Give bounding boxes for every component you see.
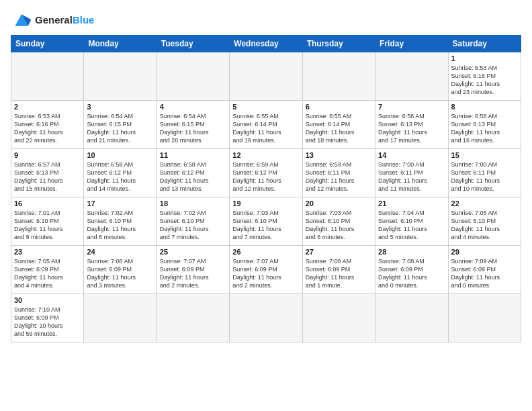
day-cell: 3Sunrise: 6:54 AM Sunset: 6:15 PM Daylig…: [84, 101, 157, 149]
day-info: Sunrise: 7:00 AM Sunset: 6:11 PM Dayligh…: [451, 161, 518, 193]
day-number: 4: [160, 103, 226, 111]
day-number: 27: [306, 248, 372, 256]
day-info: Sunrise: 7:02 AM Sunset: 6:10 PM Dayligh…: [160, 209, 226, 242]
day-number: 10: [87, 151, 153, 159]
day-cell: [230, 52, 302, 101]
col-header-wednesday: Wednesday: [230, 36, 302, 52]
day-info: Sunrise: 6:58 AM Sunset: 6:12 PM Dayligh…: [160, 161, 226, 193]
day-number: 22: [451, 199, 518, 208]
day-cell: 28Sunrise: 7:08 AM Sunset: 6:09 PM Dayli…: [375, 246, 448, 294]
day-cell: 29Sunrise: 7:09 AM Sunset: 6:09 PM Dayli…: [448, 246, 521, 294]
day-cell: 30Sunrise: 7:10 AM Sunset: 6:09 PM Dayli…: [11, 294, 84, 342]
day-cell: 25Sunrise: 7:07 AM Sunset: 6:09 PM Dayli…: [157, 246, 229, 294]
day-cell: [375, 294, 448, 342]
day-info: Sunrise: 6:58 AM Sunset: 6:12 PM Dayligh…: [87, 161, 153, 193]
day-cell: [11, 52, 84, 101]
day-number: 5: [232, 103, 299, 111]
week-row-3: 9Sunrise: 6:57 AM Sunset: 6:13 PM Daylig…: [11, 149, 521, 197]
day-info: Sunrise: 6:53 AM Sunset: 6:16 PM Dayligh…: [14, 112, 81, 145]
day-cell: 19Sunrise: 7:03 AM Sunset: 6:10 PM Dayli…: [230, 197, 302, 246]
day-number: 14: [378, 151, 445, 159]
day-cell: 5Sunrise: 6:55 AM Sunset: 6:14 PM Daylig…: [230, 101, 302, 149]
day-info: Sunrise: 6:56 AM Sunset: 6:13 PM Dayligh…: [451, 112, 518, 145]
day-info: Sunrise: 6:54 AM Sunset: 6:15 PM Dayligh…: [87, 112, 153, 145]
day-cell: 6Sunrise: 6:55 AM Sunset: 6:14 PM Daylig…: [302, 101, 375, 149]
day-number: 1: [451, 54, 518, 62]
day-cell: 27Sunrise: 7:08 AM Sunset: 6:09 PM Dayli…: [302, 246, 375, 294]
day-cell: 7Sunrise: 6:56 AM Sunset: 6:13 PM Daylig…: [375, 101, 448, 149]
day-number: 25: [160, 248, 226, 256]
week-row-1: 1Sunrise: 6:53 AM Sunset: 6:16 PM Daylig…: [11, 52, 521, 101]
day-info: Sunrise: 7:05 AM Sunset: 6:10 PM Dayligh…: [451, 209, 518, 242]
day-cell: [302, 294, 375, 342]
day-cell: 9Sunrise: 6:57 AM Sunset: 6:13 PM Daylig…: [11, 149, 84, 197]
day-cell: 1Sunrise: 6:53 AM Sunset: 6:16 PM Daylig…: [448, 52, 521, 101]
day-cell: [230, 294, 302, 342]
logo-text: GeneralBlue: [35, 15, 94, 26]
col-header-sunday: Sunday: [11, 36, 84, 52]
day-cell: 13Sunrise: 6:59 AM Sunset: 6:11 PM Dayli…: [302, 149, 375, 197]
day-number: 18: [160, 199, 226, 208]
day-number: 8: [451, 103, 518, 111]
day-number: 20: [306, 199, 372, 208]
day-cell: 26Sunrise: 7:07 AM Sunset: 6:09 PM Dayli…: [230, 246, 302, 294]
day-cell: 4Sunrise: 6:54 AM Sunset: 6:15 PM Daylig…: [157, 101, 229, 149]
calendar: SundayMondayTuesdayWednesdayThursdayFrid…: [11, 35, 521, 342]
day-number: 7: [378, 103, 445, 111]
day-info: Sunrise: 7:04 AM Sunset: 6:10 PM Dayligh…: [378, 209, 445, 242]
week-row-4: 16Sunrise: 7:01 AM Sunset: 6:10 PM Dayli…: [11, 197, 521, 246]
logo-icon: [11, 11, 32, 30]
day-cell: [157, 52, 229, 101]
day-info: Sunrise: 7:09 AM Sunset: 6:09 PM Dayligh…: [451, 257, 518, 290]
day-cell: [84, 294, 157, 342]
day-cell: 15Sunrise: 7:00 AM Sunset: 6:11 PM Dayli…: [448, 149, 521, 197]
day-info: Sunrise: 6:55 AM Sunset: 6:14 PM Dayligh…: [232, 112, 299, 145]
day-number: 9: [14, 151, 81, 159]
day-info: Sunrise: 7:00 AM Sunset: 6:11 PM Dayligh…: [378, 161, 445, 193]
day-cell: 10Sunrise: 6:58 AM Sunset: 6:12 PM Dayli…: [84, 149, 157, 197]
day-info: Sunrise: 7:05 AM Sunset: 6:09 PM Dayligh…: [14, 257, 81, 290]
week-row-6: 30Sunrise: 7:10 AM Sunset: 6:09 PM Dayli…: [11, 294, 521, 342]
day-number: 28: [378, 248, 445, 256]
day-cell: 14Sunrise: 7:00 AM Sunset: 6:11 PM Dayli…: [375, 149, 448, 197]
day-info: Sunrise: 7:03 AM Sunset: 6:10 PM Dayligh…: [306, 209, 372, 242]
col-header-thursday: Thursday: [302, 36, 375, 52]
day-number: 23: [14, 248, 81, 256]
day-cell: 17Sunrise: 7:02 AM Sunset: 6:10 PM Dayli…: [84, 197, 157, 246]
day-info: Sunrise: 6:54 AM Sunset: 6:15 PM Dayligh…: [160, 112, 226, 145]
day-number: 30: [14, 296, 81, 304]
day-info: Sunrise: 7:03 AM Sunset: 6:10 PM Dayligh…: [232, 209, 299, 242]
day-number: 17: [87, 199, 153, 208]
day-info: Sunrise: 7:01 AM Sunset: 6:10 PM Dayligh…: [14, 209, 81, 242]
day-info: Sunrise: 6:57 AM Sunset: 6:13 PM Dayligh…: [14, 161, 81, 193]
day-number: 24: [87, 248, 153, 256]
day-info: Sunrise: 6:56 AM Sunset: 6:13 PM Dayligh…: [378, 112, 445, 145]
day-info: Sunrise: 7:07 AM Sunset: 6:09 PM Dayligh…: [160, 257, 226, 290]
day-cell: 22Sunrise: 7:05 AM Sunset: 6:10 PM Dayli…: [448, 197, 521, 246]
day-cell: 23Sunrise: 7:05 AM Sunset: 6:09 PM Dayli…: [11, 246, 84, 294]
col-header-saturday: Saturday: [448, 36, 521, 52]
day-cell: 11Sunrise: 6:58 AM Sunset: 6:12 PM Dayli…: [157, 149, 229, 197]
day-cell: 21Sunrise: 7:04 AM Sunset: 6:10 PM Dayli…: [375, 197, 448, 246]
day-info: Sunrise: 7:08 AM Sunset: 6:09 PM Dayligh…: [306, 257, 372, 290]
day-number: 12: [232, 151, 299, 159]
day-info: Sunrise: 6:59 AM Sunset: 6:12 PM Dayligh…: [232, 161, 299, 193]
day-number: 16: [14, 199, 81, 208]
day-cell: 8Sunrise: 6:56 AM Sunset: 6:13 PM Daylig…: [448, 101, 521, 149]
day-info: Sunrise: 7:07 AM Sunset: 6:09 PM Dayligh…: [232, 257, 299, 290]
day-cell: [375, 52, 448, 101]
day-cell: 2Sunrise: 6:53 AM Sunset: 6:16 PM Daylig…: [11, 101, 84, 149]
week-row-2: 2Sunrise: 6:53 AM Sunset: 6:16 PM Daylig…: [11, 101, 521, 149]
day-cell: 12Sunrise: 6:59 AM Sunset: 6:12 PM Dayli…: [230, 149, 302, 197]
day-number: 13: [306, 151, 372, 159]
logo-blue: Blue: [73, 14, 95, 26]
day-number: 29: [451, 248, 518, 256]
day-cell: 18Sunrise: 7:02 AM Sunset: 6:10 PM Dayli…: [157, 197, 229, 246]
days-header-row: SundayMondayTuesdayWednesdayThursdayFrid…: [11, 36, 521, 52]
day-info: Sunrise: 6:53 AM Sunset: 6:16 PM Dayligh…: [451, 64, 518, 97]
week-row-5: 23Sunrise: 7:05 AM Sunset: 6:09 PM Dayli…: [11, 246, 521, 294]
day-cell: 24Sunrise: 7:06 AM Sunset: 6:09 PM Dayli…: [84, 246, 157, 294]
col-header-tuesday: Tuesday: [157, 36, 229, 52]
day-number: 11: [160, 151, 226, 159]
day-cell: [302, 52, 375, 101]
